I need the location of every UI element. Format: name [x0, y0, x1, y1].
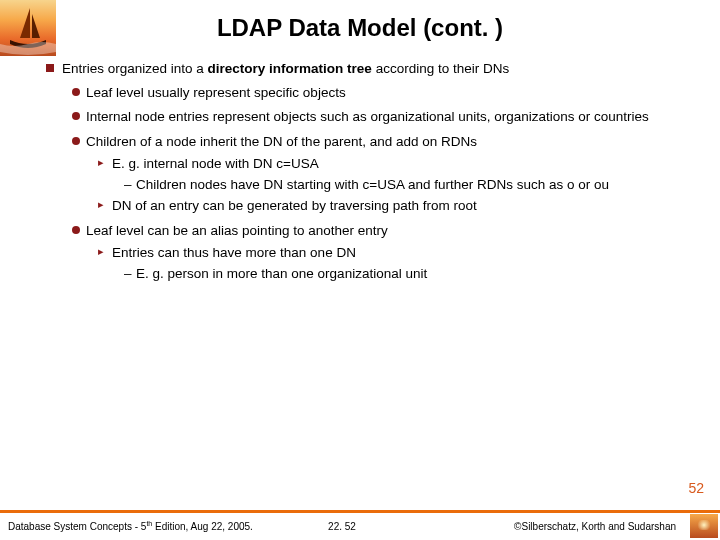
footer-left: Database System Concepts - 5th Edition, …: [8, 520, 328, 532]
bullet-children-inherit: Children of a node inherit the DN of the…: [28, 133, 692, 151]
footer-left-post: Edition, Aug 22, 2005.: [152, 522, 253, 533]
svg-marker-2: [32, 14, 40, 38]
bullet-leaf-alias: Leaf level can be an alias pointing to a…: [28, 222, 692, 240]
bullet-multiple-dn: Entries can thus have more than one DN: [28, 244, 692, 262]
logo-top: [0, 0, 56, 56]
intro-post: according to their DNs: [372, 61, 509, 76]
bullet-children-usa: Children nodes have DN starting with c=U…: [28, 176, 692, 194]
bullet-internal-nodes: Internal node entries represent objects …: [28, 108, 692, 126]
svg-marker-1: [20, 8, 30, 38]
bullet-dn-traverse: DN of an entry can be generated by trave…: [28, 197, 692, 215]
bullet-leaf-objects: Leaf level usually represent specific ob…: [28, 84, 692, 102]
bullet-eg-usa: E. g. internal node with DN c=USA: [28, 155, 692, 173]
footer-right: ©Silberschatz, Korth and Sudarshan: [356, 521, 712, 532]
slide-content: Entries organized into a directory infor…: [0, 60, 720, 283]
sailboat-icon: [0, 0, 56, 56]
bullet-person-multi-ou: E. g. person in more than one organizati…: [28, 265, 692, 283]
footer-center: 22. 52: [328, 521, 356, 532]
bullet-intro: Entries organized into a directory infor…: [28, 60, 692, 78]
intro-pre: Entries organized into a: [62, 61, 208, 76]
intro-bold: directory information tree: [208, 61, 372, 76]
logo-bottom: [690, 514, 718, 538]
footer: Database System Concepts - 5th Edition, …: [0, 510, 720, 540]
slide-title: LDAP Data Model (cont. ): [0, 0, 720, 60]
slide-number: 52: [688, 480, 704, 496]
footer-left-pre: Database System Concepts - 5: [8, 522, 146, 533]
